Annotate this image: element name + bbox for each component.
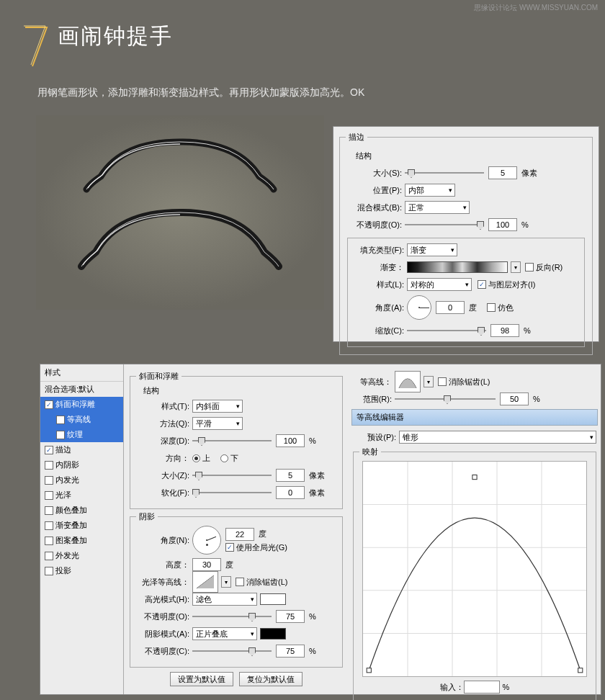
- gradient-dropdown[interactable]: ▾: [511, 261, 521, 273]
- rcontour-thumb[interactable]: [395, 371, 421, 392]
- pos-label: 位置(P):: [350, 185, 402, 196]
- hi-label: 高光模式(H):: [138, 594, 189, 605]
- sh-op-slider[interactable]: [192, 646, 272, 656]
- angle-input[interactable]: 0: [436, 301, 465, 314]
- list-inner-shadow[interactable]: 内阴影: [40, 457, 123, 472]
- scale-unit: %: [524, 326, 531, 335]
- size-slider[interactable]: [405, 168, 484, 178]
- gloss-contour[interactable]: [192, 571, 218, 593]
- gstyle-select[interactable]: 对称的: [407, 278, 472, 291]
- list-satin[interactable]: 光泽: [40, 488, 123, 503]
- sh-color[interactable]: [260, 628, 286, 640]
- soft-slider[interactable]: [192, 488, 272, 498]
- list-bevel[interactable]: ✓斜面和浮雕: [40, 397, 123, 412]
- depth-input[interactable]: 100: [276, 434, 305, 447]
- watermark: 思缘设计论坛 WWW.MISSYUAN.COM: [474, 3, 598, 13]
- bangle-label: 角度(N):: [138, 535, 189, 546]
- rcontour-aa[interactable]: [438, 377, 447, 386]
- alt-input[interactable]: 30: [192, 558, 221, 571]
- list-outer-glow[interactable]: 外发光: [40, 548, 123, 563]
- dir-up-radio[interactable]: [192, 454, 200, 462]
- bevel-settings: 斜面和浮雕 结构 样式(T):内斜面 方法(Q):平滑 深度(D):100% 方…: [124, 364, 349, 694]
- grad-label: 渐变：: [352, 262, 404, 273]
- input-label: 输入：: [440, 682, 464, 693]
- list-stroke[interactable]: ✓描边: [40, 442, 123, 457]
- gloss-aa-checkbox[interactable]: [236, 578, 244, 586]
- range-label: 范围(R):: [353, 394, 392, 405]
- step-description: 用钢笔画形状，添加浮雕和渐变描边样式。再用形状加蒙版添加高光。OK: [37, 86, 364, 99]
- reverse-checkbox[interactable]: [525, 263, 534, 272]
- set-default-button[interactable]: 设置为默认值: [170, 672, 233, 686]
- scale-input[interactable]: 98: [490, 324, 519, 337]
- svg-rect-9: [472, 475, 477, 479]
- list-drop-shadow[interactable]: 投影: [40, 563, 123, 578]
- size-input[interactable]: 5: [488, 166, 517, 179]
- align-checkbox[interactable]: ✓: [478, 280, 486, 289]
- align-label: 与图层对齐(I): [488, 279, 535, 290]
- svg-rect-10: [578, 668, 583, 673]
- bevel-group-title: 斜面和浮雕: [136, 371, 182, 382]
- depth-slider[interactable]: [192, 436, 272, 446]
- list-contour[interactable]: 等高线: [40, 412, 123, 427]
- fill-select[interactable]: 渐变: [407, 243, 457, 256]
- range-slider[interactable]: [395, 394, 496, 404]
- pos-select[interactable]: 内部: [405, 184, 455, 197]
- op-slider[interactable]: [405, 220, 484, 230]
- preset-select[interactable]: 锥形: [399, 431, 596, 444]
- reset-default-button[interactable]: 复位为默认值: [239, 672, 302, 686]
- range-input[interactable]: 50: [500, 392, 529, 405]
- list-texture[interactable]: 纹理: [40, 427, 123, 442]
- bevel-struct-label: 结构: [143, 385, 336, 396]
- styles-list: 样式 混合选项:默认 ✓斜面和浮雕 等高线 纹理 ✓描边 内阴影 内发光 光泽 …: [40, 364, 124, 694]
- scale-slider[interactable]: [407, 326, 486, 336]
- hi-op-slider[interactable]: [192, 611, 272, 622]
- angle-label: 角度(A):: [352, 302, 404, 313]
- dir-down-radio[interactable]: [220, 454, 228, 462]
- list-blend-options[interactable]: 混合选项:默认: [40, 382, 123, 397]
- svg-rect-8: [367, 668, 371, 673]
- bangle-dial[interactable]: [192, 526, 221, 555]
- op-input[interactable]: 100: [488, 218, 517, 231]
- blend-label: 混合模式(B):: [350, 202, 402, 213]
- gloss-label: 光泽等高线：: [138, 577, 189, 588]
- tech-select[interactable]: 平滑: [192, 417, 243, 430]
- size-label: 大小(S):: [350, 168, 402, 179]
- bangle-input[interactable]: 22: [225, 528, 254, 541]
- bstyle-select[interactable]: 内斜面: [192, 400, 243, 413]
- list-grad-overlay[interactable]: 渐变叠加: [40, 518, 123, 533]
- bsize-slider[interactable]: [192, 470, 272, 480]
- hi-op-input[interactable]: 75: [276, 610, 305, 623]
- step-title: 画闹钟提手: [58, 22, 173, 51]
- soft-input[interactable]: 0: [276, 486, 305, 499]
- op-label: 不透明度(O):: [350, 220, 402, 230]
- sh-op-input[interactable]: 75: [276, 645, 305, 658]
- global-checkbox[interactable]: ✓: [225, 543, 234, 552]
- gstyle-label: 样式(L):: [352, 279, 404, 290]
- list-inner-glow[interactable]: 内发光: [40, 472, 123, 488]
- hi-select[interactable]: 滤色: [192, 593, 257, 606]
- dither-label: 仿色: [498, 302, 514, 313]
- hi-op-label: 不透明度(O):: [138, 611, 189, 622]
- curve-editor[interactable]: [362, 461, 587, 677]
- reverse-label: 反向(R): [536, 262, 563, 273]
- preview-area: [36, 115, 324, 310]
- input-value[interactable]: [464, 681, 500, 694]
- rcontour-dropdown[interactable]: ▾: [424, 376, 434, 387]
- blend-select[interactable]: 正常: [405, 201, 470, 214]
- dither-checkbox[interactable]: [487, 303, 496, 312]
- sh-select[interactable]: 正片叠底: [192, 627, 257, 640]
- stroke-panel: 描边 结构 大小(S):5像素 位置(P):内部 混合模式(B):正常 不透明度…: [333, 126, 599, 342]
- sh-op-label: 不透明度(C):: [138, 646, 189, 657]
- list-pattern-overlay[interactable]: 图案叠加: [40, 533, 123, 548]
- angle-dial[interactable]: [407, 295, 431, 320]
- list-color-overlay[interactable]: 颜色叠加: [40, 503, 123, 518]
- map-title: 映射: [359, 447, 381, 457]
- rcontour-label: 等高线：: [353, 377, 392, 387]
- hi-color[interactable]: [260, 593, 286, 605]
- gloss-dropdown[interactable]: ▾: [221, 576, 231, 588]
- bsize-input[interactable]: 5: [276, 469, 305, 482]
- gradient-preview[interactable]: [407, 261, 508, 273]
- contour-editor-title: 等高线编辑器: [351, 409, 598, 426]
- size-unit: 像素: [521, 168, 537, 179]
- tech-label: 方法(Q):: [138, 418, 189, 429]
